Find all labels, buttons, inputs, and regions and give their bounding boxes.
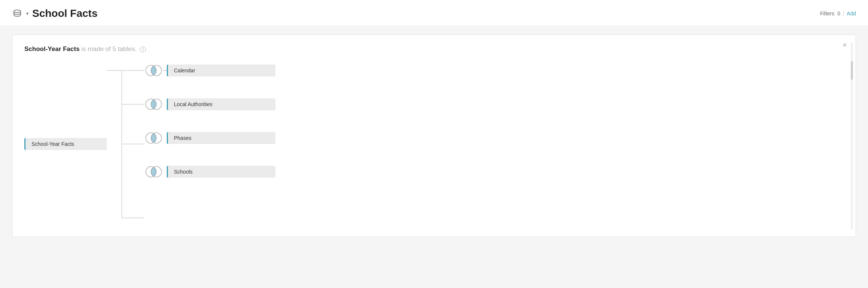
h-line-right bbox=[163, 70, 167, 71]
diagram: School-Year Facts bbox=[24, 63, 844, 225]
close-button[interactable]: × bbox=[843, 42, 847, 48]
join-icon-phases bbox=[144, 131, 163, 145]
targets-col: Calendar Lo bbox=[144, 63, 275, 225]
main-content: × School-Year Facts is made of 5 tables.… bbox=[0, 26, 868, 246]
header-left: ▾ School Facts bbox=[12, 8, 97, 20]
filter-count: 0 bbox=[837, 10, 840, 16]
list-item: Local Authorities bbox=[144, 97, 275, 111]
join-icon-schools bbox=[144, 165, 163, 179]
source-node[interactable]: School-Year Facts bbox=[24, 138, 107, 150]
join-icon-local-authorities bbox=[144, 97, 163, 111]
bracket-svg bbox=[107, 63, 144, 225]
page-title: School Facts bbox=[32, 8, 97, 20]
target-node-local-authorities[interactable]: Local Authorities bbox=[167, 98, 275, 110]
filters-label: Filters bbox=[820, 10, 834, 16]
source-col: School-Year Facts bbox=[24, 63, 107, 225]
database-icon[interactable] bbox=[12, 8, 22, 19]
divider bbox=[843, 10, 844, 16]
dropdown-arrow-icon[interactable]: ▾ bbox=[26, 11, 28, 16]
connector-area bbox=[107, 63, 144, 225]
target-node-calendar[interactable]: Calendar bbox=[167, 64, 275, 76]
header: ▾ School Facts Filters 0 Add bbox=[0, 0, 868, 26]
add-filter-button[interactable]: Add bbox=[847, 10, 856, 16]
filter-area: Filters 0 Add bbox=[820, 10, 856, 16]
join-icon-calendar bbox=[144, 63, 163, 78]
list-item: Schools bbox=[144, 165, 275, 179]
svg-point-0 bbox=[14, 10, 21, 13]
card-title: School-Year Facts is made of 5 tables. i bbox=[24, 45, 844, 53]
scrollbar[interactable] bbox=[850, 42, 853, 229]
info-icon[interactable]: i bbox=[140, 46, 146, 52]
target-node-phases[interactable]: Phases bbox=[167, 132, 275, 144]
list-item: Phases bbox=[144, 131, 275, 145]
card-title-main: School-Year Facts bbox=[24, 45, 79, 52]
schema-card: × School-Year Facts is made of 5 tables.… bbox=[12, 34, 856, 237]
list-item: Calendar bbox=[144, 63, 275, 78]
target-node-schools[interactable]: Schools bbox=[167, 166, 275, 178]
card-title-muted: is made of 5 tables. bbox=[79, 45, 136, 52]
